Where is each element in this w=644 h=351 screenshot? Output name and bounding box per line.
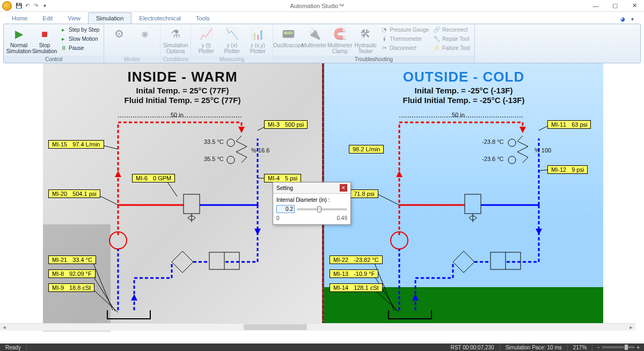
qat-dropdown-icon[interactable]: ▾ bbox=[41, 2, 48, 10]
tab-view[interactable]: View bbox=[60, 13, 88, 24]
diagram-canvas[interactable]: INSIDE - WARM Inital Temp. = 25°C (77F) … bbox=[0, 63, 644, 337]
slow-icon: ▸ bbox=[60, 35, 67, 42]
slow-motion-button[interactable]: ▸Slow Motion bbox=[58, 34, 100, 43]
zoom-slider[interactable]: − + bbox=[592, 345, 644, 350]
svg-point-28 bbox=[508, 156, 516, 164]
svg-line-33 bbox=[378, 194, 399, 205]
close-button[interactable]: ✕ bbox=[625, 0, 644, 12]
diameter-input[interactable] bbox=[276, 205, 295, 213]
meas-mi21[interactable]: MI-2133.4 °C bbox=[48, 255, 96, 264]
meas-mi15[interactable]: MI-1597.4 L/min bbox=[48, 140, 104, 149]
simulation-options-button[interactable]: ⚗ Simulation Options bbox=[164, 25, 187, 55]
svg-point-27 bbox=[508, 139, 516, 147]
stop-simulation-button[interactable]: ■ Stop Simulation bbox=[33, 25, 56, 55]
meas-mi22[interactable]: MI-22-23.82 °C bbox=[330, 255, 383, 264]
qat-redo-icon[interactable]: ↷ bbox=[32, 2, 40, 10]
meas-mi6[interactable]: MI-60 GPM bbox=[132, 174, 175, 182]
chart-icon: 📈 bbox=[199, 26, 214, 41]
modes-button-1[interactable]: ⚙ bbox=[107, 25, 131, 42]
scroll-right-icon[interactable]: ► bbox=[627, 324, 635, 331]
yt-plotter-button[interactable]: 📈y (t) Plotter bbox=[194, 25, 218, 55]
repair-tool-button[interactable]: 🔧Repair Tool bbox=[432, 34, 471, 43]
panel-outside-cold: OUTSIDE - COLD Inital Temp. = -25°C (-13… bbox=[324, 63, 603, 326]
wrench-icon: 🔧 bbox=[433, 35, 441, 42]
zxy-plotter-button[interactable]: 📊z (x,y) Plotter bbox=[246, 25, 269, 55]
qat-undo-icon[interactable]: ↶ bbox=[24, 2, 31, 10]
minimize-button[interactable]: — bbox=[586, 0, 605, 12]
ribbon-group-modes: ⚙ ⎈ Modes bbox=[104, 24, 160, 63]
meas-mi4[interactable]: MI-45 psi bbox=[264, 174, 301, 182]
meas-mi13[interactable]: MI-13-10.9 °F bbox=[330, 269, 378, 278]
svg-marker-20 bbox=[396, 171, 402, 177]
pause-button[interactable]: ⏸Pause bbox=[58, 43, 100, 52]
pause-icon: ⏸ bbox=[60, 44, 67, 52]
modes-button-2[interactable]: ⎈ bbox=[133, 25, 157, 42]
normal-simulation-button[interactable]: ▶ Normal Simulation bbox=[7, 25, 31, 55]
setting-dialog[interactable]: Setting ✕ Internal Diameter (in) : 0 0.4… bbox=[273, 182, 351, 225]
maximize-button[interactable]: ▢ bbox=[605, 0, 625, 12]
meas-mi8[interactable]: MI-892.09 °F bbox=[48, 269, 96, 278]
reconnect-icon: 🔗 bbox=[433, 26, 441, 33]
clamp-icon: 🧲 bbox=[332, 26, 347, 41]
thermometer-button[interactable]: 🌡Thermometer bbox=[379, 34, 430, 43]
meas-mi9[interactable]: MI-918.8 cSt bbox=[48, 283, 94, 292]
warm-temp-1: 33.5 °C bbox=[204, 138, 224, 145]
ribbon-collapse-icon[interactable]: ▾ bbox=[631, 16, 639, 24]
app-logo-icon bbox=[2, 1, 12, 11]
svg-marker-19 bbox=[519, 127, 526, 133]
failure-tool-button[interactable]: ⚡Failure Tool bbox=[432, 43, 471, 52]
dialog-title: Setting bbox=[276, 185, 293, 191]
meas-mi12[interactable]: MI-129 psi bbox=[547, 165, 588, 174]
meas-mi20[interactable]: MI-20504.1 psi bbox=[48, 189, 100, 198]
dialog-field-label: Internal Diameter (in) : bbox=[276, 197, 347, 203]
scroll-left-icon[interactable]: ◄ bbox=[0, 324, 9, 331]
slider-thumb[interactable] bbox=[317, 206, 321, 213]
modes-icon-2: ⎈ bbox=[137, 26, 152, 41]
scrollbar-thumb[interactable] bbox=[244, 324, 307, 330]
status-pace: Simulation Pace: 10 ms bbox=[500, 343, 568, 351]
meas-mi14[interactable]: MI-14128.1 cSt bbox=[330, 283, 383, 292]
ribbon: ▶ Normal Simulation ■ Stop Simulation ▸S… bbox=[3, 24, 641, 63]
meas-cold-flow[interactable]: 98.2 L/min bbox=[349, 145, 384, 153]
chart-icon: 📊 bbox=[250, 26, 265, 41]
svg-rect-3 bbox=[184, 194, 200, 214]
chart-icon: 📉 bbox=[224, 26, 239, 41]
meas-mi11[interactable]: MI-1163 psi bbox=[547, 120, 591, 129]
hydraulic-icon: 🛠 bbox=[358, 26, 373, 41]
step-by-step-button[interactable]: ▸Step by Step bbox=[58, 25, 100, 34]
multimeter-icon: 🔌 bbox=[306, 26, 321, 41]
warm-temp-2: 35.5 °C bbox=[204, 156, 224, 162]
tab-tools[interactable]: Tools bbox=[188, 13, 217, 24]
cold-temp-2: -23.6 °C bbox=[482, 156, 503, 162]
multimeter-button[interactable]: 🔌Multimeter bbox=[302, 25, 326, 49]
dialog-close-button[interactable]: ✕ bbox=[340, 184, 347, 192]
tab-edit[interactable]: Edit bbox=[35, 13, 60, 24]
ribbon-group-measuring: 📈y (t) Plotter 📉y (x) Plotter 📊z (x,y) P… bbox=[191, 24, 273, 63]
svg-rect-22 bbox=[465, 194, 481, 214]
window-buttons: — ▢ ✕ bbox=[586, 0, 644, 12]
slider-max: 0.49 bbox=[337, 215, 347, 221]
horizontal-scrollbar[interactable]: ◄ ► bbox=[0, 323, 635, 331]
cold-dim-label: 50 in bbox=[452, 112, 465, 118]
tab-simulation[interactable]: Simulation bbox=[88, 12, 131, 24]
multimeter-clamp-button[interactable]: 🧲Multimeter Clamp bbox=[328, 25, 352, 55]
help-icon[interactable]: ◕ bbox=[620, 16, 628, 24]
yx-plotter-button[interactable]: 📉y (x) Plotter bbox=[220, 25, 244, 55]
svg-marker-7 bbox=[131, 294, 137, 301]
oscilloscope-icon: 📟 bbox=[281, 26, 296, 41]
disconnect-button[interactable]: ✂Disconnect bbox=[379, 43, 430, 52]
reconnect-button[interactable]: 🔗Reconnect bbox=[432, 25, 471, 34]
zoom-out-icon[interactable]: − bbox=[597, 345, 600, 350]
meas-mi3[interactable]: MI-3500 psi bbox=[264, 120, 308, 129]
tab-electrotechnical[interactable]: Electrotechnical bbox=[131, 13, 188, 24]
zoom-in-icon[interactable]: + bbox=[636, 345, 640, 350]
pressure-gauge-button[interactable]: ◔Pressure Gauge bbox=[379, 25, 430, 34]
diameter-slider[interactable] bbox=[297, 208, 347, 210]
flask-icon: ⚗ bbox=[168, 26, 183, 41]
svg-line-31 bbox=[374, 275, 397, 311]
qat-save-icon[interactable]: 💾 bbox=[15, 2, 23, 10]
oscilloscope-button[interactable]: 📟Oscilloscope bbox=[276, 25, 300, 49]
svg-point-8 bbox=[227, 139, 235, 147]
tab-home[interactable]: Home bbox=[4, 13, 35, 24]
hydraulic-tester-button[interactable]: 🛠Hydraulic Tester bbox=[354, 25, 377, 55]
